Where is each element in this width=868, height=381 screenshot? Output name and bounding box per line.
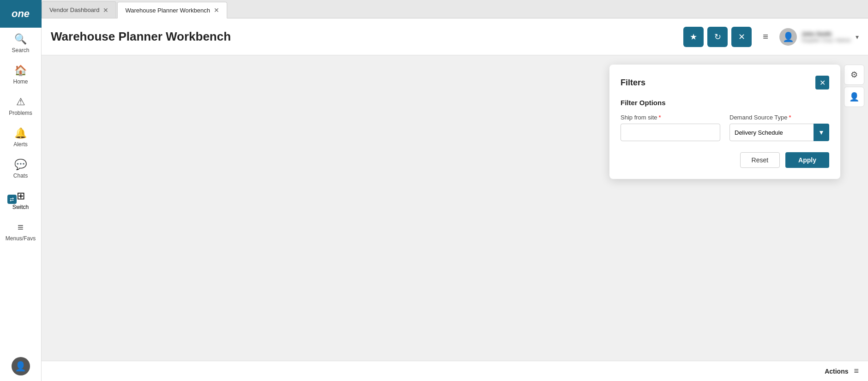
actions-menu-button[interactable]: ≡ xyxy=(854,366,859,376)
home-icon: 🏠 xyxy=(14,65,27,77)
chevron-down-icon: ▾ xyxy=(856,33,859,41)
filter-icon: ⚙ xyxy=(850,70,858,80)
chat-icon: 💬 xyxy=(14,159,27,171)
filter-title: Filters xyxy=(621,78,645,88)
sidebar-item-label: Menus/Favs xyxy=(6,235,36,242)
content-area: ⚙ 👤 Filters ✕ Filter Options Ship from s… xyxy=(42,55,868,381)
user-name: John Smith xyxy=(802,31,851,37)
sidebar-item-label: Problems xyxy=(9,110,32,116)
sidebar-item-label: Alerts xyxy=(13,141,28,148)
tab-vendor-dashboard[interactable]: Vendor Dashboard ✕ xyxy=(42,1,116,18)
user-profile[interactable]: 👤 John Smith Supplier Corp / Admin ▾ xyxy=(779,28,859,46)
menu-icon: ≡ xyxy=(18,221,24,233)
user-avatar: 👤 xyxy=(779,28,797,46)
right-panel-icons: ⚙ 👤 xyxy=(840,55,868,116)
page-title: Warehouse Planner Workbench xyxy=(51,30,683,44)
ship-from-site-label: Ship from site* xyxy=(621,114,720,121)
sidebar-item-chats[interactable]: 💬 Chats xyxy=(0,153,41,185)
logo-text: one xyxy=(12,8,30,20)
warning-icon: ⚠ xyxy=(16,96,25,108)
sidebar-item-search[interactable]: 🔍 Search xyxy=(0,28,41,59)
filter-card: Filters ✕ Filter Options Ship from site*… xyxy=(609,65,840,179)
switch-badge: ⇄ xyxy=(7,195,17,204)
select-arrow-button[interactable]: ▼ xyxy=(814,124,829,141)
apply-button[interactable]: Apply xyxy=(785,152,829,168)
sidebar-item-label: Search xyxy=(12,47,29,54)
close-button[interactable]: ✕ xyxy=(731,27,752,47)
filter-close-button[interactable]: ✕ xyxy=(815,76,829,89)
filter-fields: Ship from site* Demand Source Type* Deli… xyxy=(621,114,829,141)
filter-header: Filters ✕ xyxy=(621,76,829,89)
avatar[interactable]: 👤 xyxy=(12,357,30,375)
sidebar-item-problems[interactable]: ⚠ Problems xyxy=(0,90,41,122)
filter-actions: Reset Apply xyxy=(621,152,829,168)
bottom-bar: Actions ≡ xyxy=(42,361,868,381)
sidebar-item-label: Switch xyxy=(12,204,29,210)
header-actions: ★ ↻ ✕ ≡ 👤 John Smith Supplier Corp / Adm… xyxy=(683,27,859,47)
tab-label: Vendor Dashboard xyxy=(49,6,99,13)
refresh-button[interactable]: ↻ xyxy=(707,27,728,47)
user-panel-button[interactable]: 👤 xyxy=(844,87,864,107)
tab-close-warehouse[interactable]: ✕ xyxy=(214,6,219,14)
sidebar-item-home[interactable]: 🏠 Home xyxy=(0,59,41,90)
ship-from-site-input[interactable] xyxy=(621,124,720,141)
filter-options-title: Filter Options xyxy=(621,99,829,107)
reset-button[interactable]: Reset xyxy=(740,152,780,168)
tab-label: Warehouse Planner Workbench xyxy=(125,7,210,14)
user-panel-icon: 👤 xyxy=(849,92,859,102)
required-star: * xyxy=(789,114,791,121)
filter-panel-button[interactable]: ⚙ xyxy=(844,65,864,85)
switch-icon: ⊞ xyxy=(17,190,25,202)
sidebar: one 🔍 Search 🏠 Home ⚠ Problems 🔔 Alerts … xyxy=(0,0,42,381)
app-logo[interactable]: one xyxy=(0,0,42,28)
search-icon: 🔍 xyxy=(14,33,27,45)
page-header: Warehouse Planner Workbench ★ ↻ ✕ ≡ 👤 Jo… xyxy=(42,18,868,55)
tab-warehouse-planner[interactable]: Warehouse Planner Workbench ✕ xyxy=(117,2,227,18)
ship-from-site-field: Ship from site* xyxy=(621,114,720,141)
sidebar-item-alerts[interactable]: 🔔 Alerts xyxy=(0,122,41,153)
sidebar-item-switch[interactable]: ⊞ ⇄ Switch xyxy=(0,185,41,216)
user-info: John Smith Supplier Corp / Admin xyxy=(802,31,851,43)
tabs-bar: Vendor Dashboard ✕ Warehouse Planner Wor… xyxy=(42,0,868,18)
actions-label: Actions xyxy=(825,368,848,375)
required-star: * xyxy=(658,114,661,121)
bell-icon: 🔔 xyxy=(14,127,27,139)
sidebar-item-menusfavs[interactable]: ≡ Menus/Favs xyxy=(0,216,41,247)
user-subtitle: Supplier Corp / Admin xyxy=(802,37,851,43)
demand-source-type-field: Demand Source Type* Delivery Schedule Pu… xyxy=(729,114,829,141)
tab-close-vendor[interactable]: ✕ xyxy=(103,6,108,14)
favorite-button[interactable]: ★ xyxy=(683,27,704,47)
sidebar-item-label: Chats xyxy=(13,173,28,179)
demand-source-type-label: Demand Source Type* xyxy=(729,114,829,121)
demand-source-select-wrapper: Delivery Schedule Purchase Order Forecas… xyxy=(729,124,829,141)
main-area: Vendor Dashboard ✕ Warehouse Planner Wor… xyxy=(42,0,868,381)
header-menu-button[interactable]: ≡ xyxy=(759,28,772,46)
sidebar-item-label: Home xyxy=(13,78,28,85)
